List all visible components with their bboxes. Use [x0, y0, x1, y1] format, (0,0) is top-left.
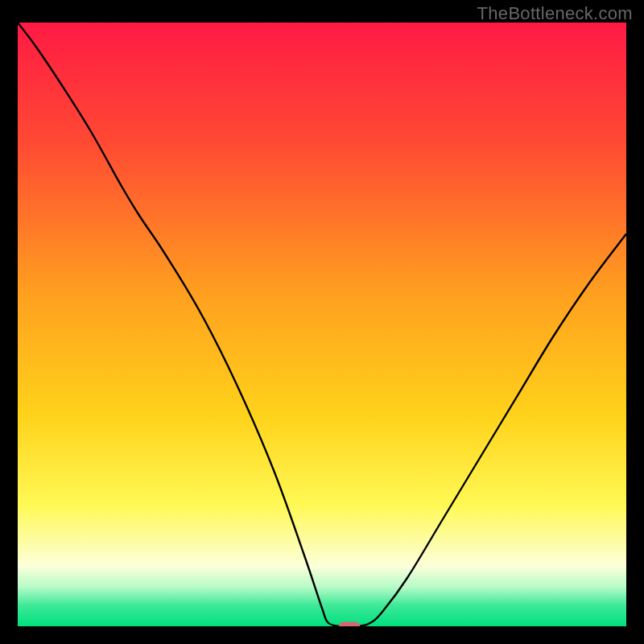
- bottleneck-chart: [18, 23, 626, 626]
- plot-area: [18, 23, 626, 626]
- gradient-background: [18, 23, 626, 626]
- chart-frame: TheBottleneck.com: [0, 0, 644, 644]
- optimal-marker: [339, 621, 360, 626]
- watermark-text: TheBottleneck.com: [477, 3, 633, 24]
